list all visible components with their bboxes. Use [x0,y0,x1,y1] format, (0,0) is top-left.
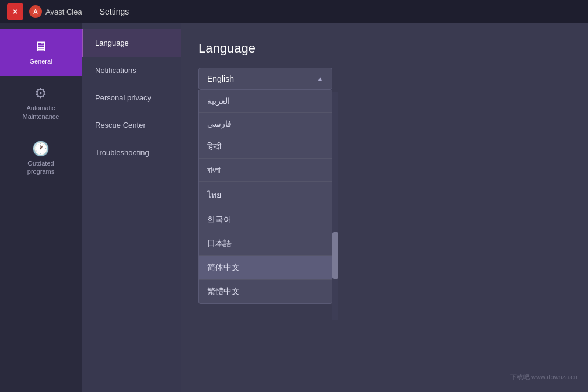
sidebar-item-outdated-programs[interactable]: 🕐 Outdated programs [0,131,82,187]
dropdown-item-arabic[interactable]: العربية [199,90,332,113]
gear-icon: ⚙ [34,86,47,100]
sidebar: 🖥 General ⚙ Automatic Maintenance 🕐 Outd… [0,23,82,392]
sidebar-item-general[interactable]: 🖥 General [0,29,82,76]
monitor-icon: 🖥 [34,40,48,54]
app-name: Avast Clea [46,8,82,16]
scrollbar-thumb[interactable] [332,232,338,279]
settings-title: Settings [100,7,130,16]
dropdown-header[interactable]: English ▲ [198,68,332,90]
dropdown-selected-value: English [207,74,234,83]
close-button[interactable]: × [7,4,23,20]
nav-panel: Language Notifications Personal privacy … [82,23,181,392]
language-dropdown[interactable]: English ▲ العربية فارسی हिन्दी বাংলা [198,68,332,90]
dropdown-item-korean[interactable]: 한국어 [199,208,332,232]
sidebar-label-maintenance: Automatic Maintenance [23,104,60,121]
dropdown-item-bengali[interactable]: বাংলা [199,159,332,182]
logo-icon: A [29,5,42,18]
nav-item-troubleshooting[interactable]: Troubleshooting [82,139,181,166]
sidebar-label-outdated: Outdated programs [27,159,54,176]
nav-item-rescue-center[interactable]: Rescue Center [82,111,181,139]
title-bar: × A Avast Clea Settings [0,0,588,23]
scrollbar-track [332,92,338,320]
dropdown-item-hindi[interactable]: हिन्दी [199,135,332,159]
dropdown-item-farsi[interactable]: فارسی [199,113,332,135]
watermark: 下载吧 www.downza.cn [510,373,578,382]
dropdown-arrow-icon: ▲ [317,75,324,83]
dropdown-item-simplified-chinese[interactable]: 简体中文 [199,256,332,280]
nav-item-personal-privacy[interactable]: Personal privacy [82,84,181,111]
sidebar-label-general: General [29,57,52,65]
dropdown-item-traditional-chinese[interactable]: 繁體中文 [199,280,332,303]
app-logo: A Avast Clea [29,5,82,18]
clock-icon: 🕐 [32,142,50,156]
nav-item-notifications[interactable]: Notifications [82,57,181,84]
content-area: Language English ▲ العربية فارسی हिन्दी [181,23,588,392]
nav-item-language[interactable]: Language [82,29,181,57]
main-layout: 🖥 General ⚙ Automatic Maintenance 🕐 Outd… [0,23,588,392]
dropdown-list: العربية فارسی हिन्दी বাংলা ไทย [198,90,332,304]
language-dropdown-wrapper: English ▲ العربية فارسی हिन्दी বাংলা [198,68,338,90]
dropdown-item-thai[interactable]: ไทย [199,182,332,208]
sidebar-item-automatic-maintenance[interactable]: ⚙ Automatic Maintenance [0,76,82,131]
content-title: Language [198,41,570,56]
dropdown-item-japanese[interactable]: 日本語 [199,232,332,256]
